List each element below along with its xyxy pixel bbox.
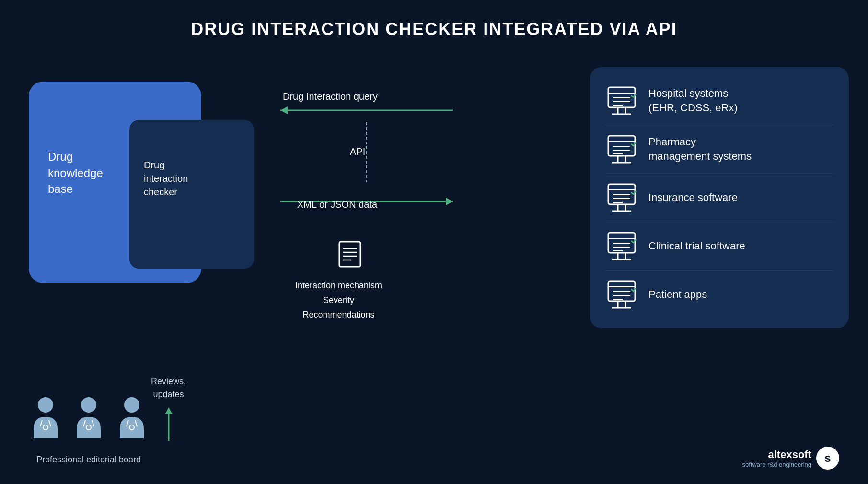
interaction-checker-label: Druginteractionchecker [144,158,188,199]
drug-query-label: Drug Interaction query [283,91,378,102]
xml-json-label: XML or JSON data [297,199,377,210]
clinical-icon [604,229,639,263]
arrows-diagram [256,77,482,259]
svg-rect-5 [339,242,360,267]
altexsoft-icon: s [816,447,839,470]
diagram-area: Drugknowledgebase Druginteractionchecker… [0,53,868,484]
system-item-hospital: Hospital systems(EHR, CDSS, eRx) [604,77,834,125]
hospital-icon [604,83,639,118]
svg-point-56 [81,397,96,413]
editorial-section: Professional editorial board [29,392,149,465]
db-icon-area [336,240,364,269]
reviews-area: Reviews,updates [151,375,186,443]
doctor-icon-3 [115,395,149,448]
svg-point-52 [38,397,53,413]
interaction-output-labels: Interaction mechanismSeverityRecommendat… [295,278,382,322]
pharmacy-icon [604,132,639,166]
pharmacy-label: Pharmacymanagement systems [648,135,752,163]
system-item-insurance: Insurance software [604,174,834,222]
reviews-arrow-icon [162,405,176,443]
svg-point-60 [124,397,139,413]
altexsoft-name: altexsoft [742,449,811,461]
api-label: API [350,146,365,157]
system-item-patient: Patient apps [604,271,834,319]
knowledge-base-label: Drugknowledgebase [48,149,103,197]
right-panel: Hospital systems(EHR, CDSS, eRx) Pharmac… [590,67,849,328]
doctors-row [29,395,149,448]
insurance-label: Insurance software [648,190,738,205]
insurance-icon [604,180,639,215]
interaction-checker-block: Druginteractionchecker [129,120,254,269]
hospital-label: Hospital systems(EHR, CDSS, eRx) [648,86,738,115]
altexsoft-sub: software r&d engineering [742,461,811,468]
altexsoft-text: altexsoft software r&d engineering [742,449,811,468]
reviews-label: Reviews,updates [151,375,186,401]
system-item-clinical: Clinical trial software [604,222,834,271]
system-item-pharmacy: Pharmacymanagement systems [604,125,834,174]
main-title: DRUG INTERACTION CHECKER INTEGRATED VIA … [0,0,868,39]
document-icon [336,240,364,269]
altexsoft-logo: altexsoft software r&d engineering s [742,447,839,470]
svg-marker-51 [165,407,173,414]
patient-icon [604,277,639,312]
svg-marker-4 [446,198,453,205]
clinical-label: Clinical trial software [648,239,745,253]
patient-label: Patient apps [648,287,707,302]
editorial-label: Professional editorial board [36,455,141,465]
svg-marker-1 [280,106,288,114]
doctor-icon-1 [29,395,62,448]
doctor-icon-2 [72,395,105,448]
